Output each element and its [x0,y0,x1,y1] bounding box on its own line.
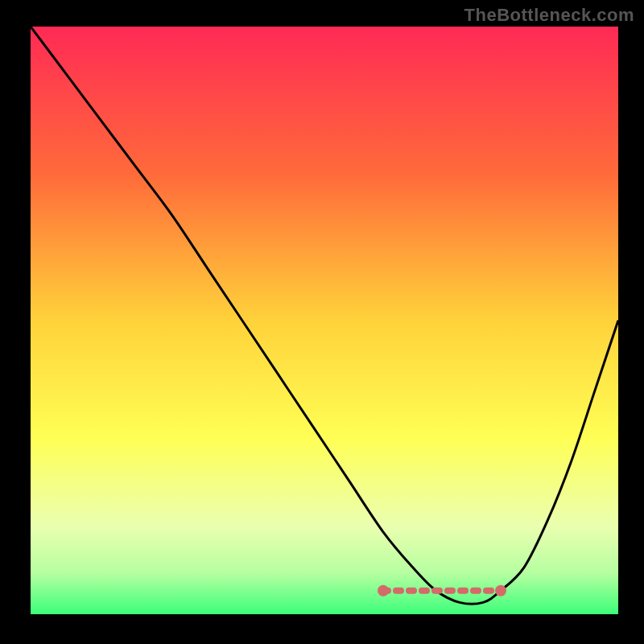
watermark-text: TheBottleneck.com [464,5,634,26]
optimal-range-end-marker [495,585,506,597]
bottleneck-chart [0,0,644,644]
chart-root: TheBottleneck.com [0,0,644,644]
gradient-background [31,27,618,614]
optimal-range-start-marker [378,585,389,597]
